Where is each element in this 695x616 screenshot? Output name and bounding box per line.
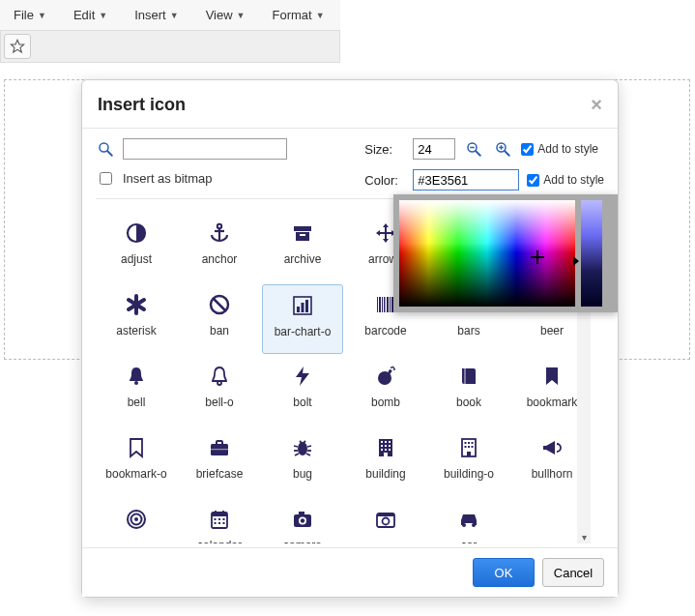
icon-label: adjust xyxy=(121,253,152,267)
svg-rect-66 xyxy=(381,445,383,447)
icon-label: bullhorn xyxy=(532,468,573,482)
svg-rect-90 xyxy=(223,518,225,520)
icon-cell-asterisk[interactable]: asterisk xyxy=(96,284,177,354)
icon-label: bomb xyxy=(371,396,400,410)
icon-label: building xyxy=(365,468,405,482)
star-icon xyxy=(10,39,25,54)
svg-rect-49 xyxy=(464,368,466,384)
add-to-style-color-checkbox[interactable] xyxy=(527,174,539,187)
bell-o-icon xyxy=(205,362,234,391)
ok-button[interactable]: OK xyxy=(473,558,535,587)
bar-chart-o-icon xyxy=(288,291,317,320)
add-to-style-size-checkbox[interactable] xyxy=(521,143,534,156)
svg-rect-27 xyxy=(305,300,308,312)
icon-cell-camera[interactable]: camera xyxy=(262,499,343,543)
search-input[interactable] xyxy=(123,138,287,160)
icon-cell-bomb[interactable]: bomb xyxy=(345,356,426,425)
svg-point-42 xyxy=(134,381,138,385)
dialog-header: Insert icon × xyxy=(82,80,618,129)
bookmark-icon xyxy=(537,362,566,391)
icon-cell-archive[interactable]: archive xyxy=(262,213,343,282)
menu-format[interactable]: Format ▼ xyxy=(265,4,333,26)
menubar: File ▼ Edit ▼ Insert ▼ View ▼ Format ▼ xyxy=(0,0,340,31)
svg-rect-80 xyxy=(467,452,471,456)
insert-bitmap-checkbox[interactable] xyxy=(100,172,112,185)
icon-cell-building-o[interactable]: building-o xyxy=(428,427,509,497)
svg-rect-63 xyxy=(381,441,383,443)
close-icon[interactable]: × xyxy=(591,94,602,116)
adjust-icon xyxy=(122,219,151,248)
menu-edit[interactable]: Edit ▼ xyxy=(66,4,115,26)
caret-icon: ▼ xyxy=(99,11,107,20)
icon-cell-car[interactable]: car xyxy=(428,499,509,543)
book-icon xyxy=(454,362,483,391)
svg-rect-33 xyxy=(390,297,391,312)
icon-cell-book[interactable]: book xyxy=(428,356,509,425)
icon-label: ban xyxy=(210,325,229,338)
icon-cell-building[interactable]: building xyxy=(345,427,426,497)
briefcase-icon xyxy=(205,433,234,462)
svg-rect-91 xyxy=(215,522,217,524)
color-crosshair-icon xyxy=(531,250,544,264)
color-sv-panel[interactable] xyxy=(399,200,575,307)
toolbar xyxy=(0,31,340,63)
bomb-icon xyxy=(371,362,400,391)
icon-cell-bell-o[interactable]: bell-o xyxy=(179,356,260,425)
icon-cell-bullseye[interactable] xyxy=(96,499,177,543)
svg-rect-93 xyxy=(223,522,225,524)
icon-label: bookmark-o xyxy=(105,468,166,482)
icon-label: anchor xyxy=(202,253,238,267)
svg-point-97 xyxy=(301,518,304,522)
icon-label: car xyxy=(461,540,478,543)
scroll-down-icon[interactable]: ▾ xyxy=(577,530,591,543)
svg-point-53 xyxy=(298,442,307,455)
menu-insert[interactable]: Insert ▼ xyxy=(127,4,186,26)
building-icon xyxy=(371,433,400,462)
insert-icon-dialog: Insert icon × Insert as bitmap Size: xyxy=(81,79,619,598)
icon-label: archive xyxy=(284,253,322,267)
icon-cell-bug[interactable]: bug xyxy=(262,427,343,497)
icon-label: camera xyxy=(283,540,322,543)
svg-rect-77 xyxy=(465,446,467,448)
bullhorn-icon xyxy=(537,433,566,462)
svg-rect-70 xyxy=(385,449,387,451)
cancel-button[interactable]: Cancel xyxy=(542,558,604,587)
svg-point-100 xyxy=(383,518,390,525)
bullseye-icon xyxy=(122,505,151,534)
svg-rect-25 xyxy=(297,307,300,312)
svg-rect-52 xyxy=(211,449,228,450)
icon-cell-adjust[interactable]: adjust xyxy=(96,213,177,282)
zoom-in-button[interactable] xyxy=(492,138,513,160)
icon-cell-bell[interactable]: bell xyxy=(96,356,177,425)
icon-cell-bar-chart-o[interactable]: bar-chart-o xyxy=(262,284,343,354)
icon-label: briefcase xyxy=(196,468,244,482)
icon-cell-anchor[interactable]: anchor xyxy=(179,213,260,282)
svg-rect-68 xyxy=(389,445,391,447)
icon-label: bolt xyxy=(293,396,311,410)
zoom-out-button[interactable] xyxy=(463,138,484,160)
icon-label: bug xyxy=(293,468,312,482)
color-hue-slider[interactable] xyxy=(581,200,602,307)
color-input[interactable] xyxy=(413,169,519,191)
color-picker[interactable] xyxy=(393,194,618,312)
svg-rect-26 xyxy=(302,303,304,312)
size-input[interactable] xyxy=(413,138,455,160)
svg-line-61 xyxy=(304,441,305,443)
menu-file[interactable]: File ▼ xyxy=(6,4,54,26)
icon-cell-bookmark-o[interactable]: bookmark-o xyxy=(96,427,177,497)
svg-rect-32 xyxy=(387,297,389,312)
menu-view[interactable]: View ▼ xyxy=(198,4,253,26)
star-button[interactable] xyxy=(4,34,31,59)
icon-cell-ban[interactable]: ban xyxy=(179,284,260,354)
icon-cell-briefcase[interactable]: briefcase xyxy=(179,427,260,497)
icon-cell-camera-retro[interactable] xyxy=(345,499,426,543)
svg-line-59 xyxy=(306,454,310,455)
svg-rect-71 xyxy=(389,449,391,451)
icon-cell-calendar[interactable]: calendar xyxy=(179,499,260,543)
svg-rect-28 xyxy=(377,297,378,312)
svg-rect-30 xyxy=(382,297,383,312)
icon-label: bookmark xyxy=(527,396,578,410)
bug-icon xyxy=(288,433,317,462)
menu-insert-label: Insert xyxy=(134,8,166,22)
icon-cell-bolt[interactable]: bolt xyxy=(262,356,343,425)
